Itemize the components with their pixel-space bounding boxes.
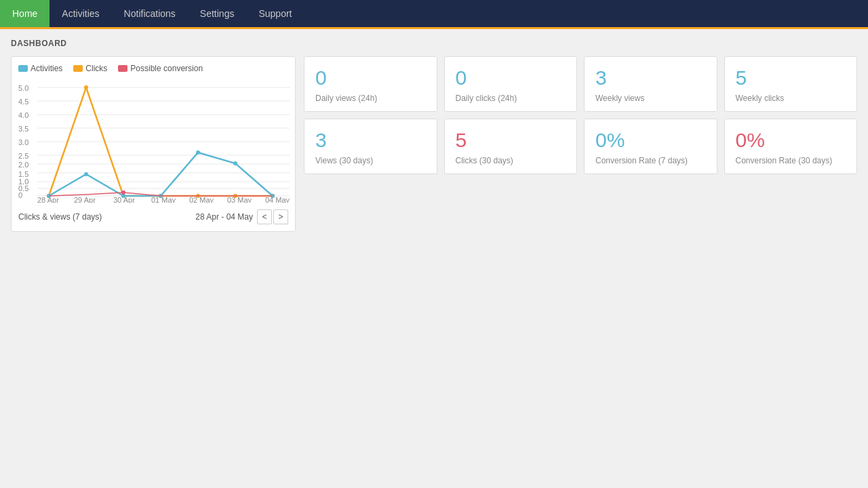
stat-value: 0% — [595, 129, 706, 152]
svg-text:4.5: 4.5 — [18, 98, 28, 106]
stat-value: 3 — [315, 129, 426, 152]
chart-legend: ActivitiesClicksPossible conversion — [18, 64, 288, 73]
svg-point-40 — [196, 150, 200, 155]
nav-item-settings[interactable]: Settings — [188, 0, 247, 27]
stat-label: Daily clicks (24h) — [456, 94, 566, 103]
svg-text:0: 0 — [18, 191, 22, 199]
stat-value: 0 — [456, 66, 566, 89]
stat-card: 0%Conversion Rate (7 days) — [584, 119, 717, 174]
svg-text:04 May: 04 May — [265, 196, 290, 203]
chart-prev-button[interactable]: < — [257, 209, 272, 224]
stat-card: 0Daily views (24h) — [304, 56, 437, 112]
chart-label: Clicks & views (7 days) — [18, 212, 102, 222]
stat-value: 5 — [736, 66, 846, 89]
svg-point-37 — [84, 172, 88, 176]
chart-nav: < > — [257, 209, 288, 224]
chart-next-button[interactable]: > — [273, 209, 288, 224]
main-nav: HomeActivitiesNotificationsSettingsSuppo… — [0, 0, 868, 27]
nav-item-activities[interactable]: Activities — [50, 0, 111, 27]
svg-text:2.5: 2.5 — [18, 152, 28, 160]
svg-point-30 — [84, 85, 88, 89]
stat-card: 0Daily clicks (24h) — [444, 56, 578, 112]
stat-value: 5 — [456, 129, 566, 152]
stat-card: 0%Conversion Rate (30 days) — [724, 119, 858, 174]
stat-card: 5Weekly clicks — [724, 56, 858, 112]
stats-grid: 0Daily views (24h)0Daily clicks (24h)3We… — [304, 56, 857, 174]
line-chart: 5.0 4.5 4.0 3.5 3.0 2.5 2.0 1.5 1.0 0.5 … — [18, 77, 290, 203]
stat-value: 3 — [595, 66, 706, 89]
stat-label: Weekly views — [595, 94, 706, 103]
svg-text:5.0: 5.0 — [18, 84, 28, 92]
stat-card: 3Weekly views — [584, 56, 717, 112]
legend-item: Activities — [18, 64, 62, 73]
nav-wrapper: HomeActivitiesNotificationsSettingsSuppo… — [0, 0, 868, 29]
stat-card: 5Clicks (30 days) — [444, 119, 578, 174]
chart-footer: Clicks & views (7 days) 28 Apr - 04 May … — [18, 209, 288, 224]
stat-value: 0 — [315, 66, 426, 89]
legend-label: Possible conversion — [130, 64, 203, 73]
svg-text:3.5: 3.5 — [18, 125, 28, 133]
nav-item-notifications[interactable]: Notifications — [112, 0, 188, 27]
legend-item: Possible conversion — [118, 64, 203, 73]
legend-item: Clicks — [73, 64, 107, 73]
stat-value: 0% — [736, 129, 846, 152]
stat-label: Views (30 days) — [315, 156, 426, 165]
legend-label: Clicks — [85, 64, 107, 73]
svg-text:4.0: 4.0 — [18, 111, 28, 119]
legend-label: Activities — [31, 64, 62, 73]
svg-point-41 — [233, 161, 237, 165]
legend-color — [73, 65, 83, 72]
svg-text:03 May: 03 May — [227, 196, 252, 203]
svg-text:3.0: 3.0 — [18, 138, 28, 146]
stat-card: 3Views (30 days) — [304, 119, 437, 174]
stat-label: Clicks (30 days) — [456, 156, 566, 165]
page-title: DASHBOARD — [11, 39, 857, 48]
svg-text:01 May: 01 May — [151, 196, 176, 203]
legend-color — [118, 65, 127, 72]
chart-card: ActivitiesClicksPossible conversion 5.0 … — [11, 56, 296, 232]
main-layout: ActivitiesClicksPossible conversion 5.0 … — [11, 56, 857, 232]
stat-label: Conversion Rate (7 days) — [595, 156, 706, 165]
nav-item-support[interactable]: Support — [246, 0, 304, 27]
nav-item-home[interactable]: Home — [0, 0, 50, 27]
svg-point-43 — [121, 190, 125, 195]
legend-color — [18, 65, 28, 72]
stat-label: Weekly clicks — [736, 94, 846, 103]
stat-label: Conversion Rate (30 days) — [736, 156, 846, 165]
svg-text:29 Apr: 29 Apr — [74, 196, 96, 203]
page-content: DASHBOARD ActivitiesClicksPossible conve… — [0, 29, 868, 241]
chart-date-range: 28 Apr - 04 May — [195, 212, 253, 222]
svg-text:2.0: 2.0 — [18, 161, 28, 169]
stat-label: Daily views (24h) — [315, 94, 426, 103]
svg-text:02 May: 02 May — [189, 196, 214, 203]
